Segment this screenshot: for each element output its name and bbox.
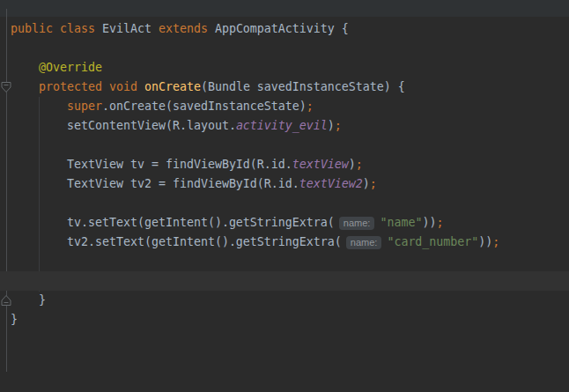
code-line[interactable] [0,252,569,271]
code-token: public class [11,22,102,35]
code-token: TextView tv = findViewById(R.id. [11,158,292,171]
code-token: } [11,293,46,307]
code-token: TextView tv2 = findViewById(R.id. [11,177,299,190]
code-token: tv2.setText(getIntent().getStringExtra( [11,235,342,248]
code-token: setContentView(R.layout. [11,119,236,132]
code-line[interactable]: } [0,310,569,329]
code-line[interactable] [0,329,569,349]
code-token [11,80,39,93]
code-token: )) [422,216,436,229]
code-token: extends [159,22,215,35]
parameter-name-hint: name: [346,236,382,249]
code-token: @Override [39,61,102,74]
code-line[interactable] [0,349,569,368]
code-token: activity_evil [236,119,328,132]
code-token: ) [363,177,370,190]
code-token: ) [349,158,356,171]
code-line[interactable]: TextView tv2 = findViewById(R.id.textVie… [0,174,569,194]
code-token: ; [307,100,314,113]
code-token: super [67,100,102,113]
code-line-caret[interactable] [0,271,569,291]
code-lines: public class EvilAct extends AppCompatAc… [0,19,569,388]
code-token: AppCompatActivity { [215,22,349,35]
code-line[interactable] [0,194,569,213]
code-token: )) [478,235,492,248]
code-token: onCreate [144,80,201,93]
parameter-name-hint: name: [339,217,375,230]
code-line[interactable]: TextView tv = findViewById(R.id.textView… [0,155,569,174]
code-token: "card_number" [387,235,478,248]
code-token: "name" [380,216,422,229]
code-token: ; [436,216,443,229]
editor-top-strip [0,0,569,17]
code-token: ; [356,158,363,171]
code-token: textView [292,158,349,171]
code-editor[interactable]: public class EvilAct extends AppCompatAc… [0,0,569,392]
code-token: ; [370,177,377,190]
code-token: EvilAct [102,22,159,35]
code-token: .onCreate(savedInstanceState) [102,100,307,113]
code-line[interactable]: @Override [0,58,569,78]
code-line[interactable]: public class EvilAct extends AppCompatAc… [0,19,569,39]
code-line[interactable] [0,39,569,58]
code-line[interactable]: setContentView(R.layout.activity_evil); [0,116,569,136]
code-token: } [11,313,18,326]
code-token: ; [492,235,499,248]
code-token: ; [335,119,342,132]
code-line[interactable] [0,368,569,388]
code-token: protected void [39,80,144,93]
code-token: tv.setText(getIntent().getStringExtra( [11,216,335,229]
code-token: ) [328,119,335,132]
code-line[interactable] [0,136,569,155]
code-token [11,61,39,74]
code-token [11,100,67,113]
code-line[interactable]: tv.setText(getIntent().getStringExtra(na… [0,213,569,233]
code-line[interactable]: protected void onCreate(Bundle savedInst… [0,78,569,97]
code-token: textView2 [299,177,363,190]
code-line[interactable]: super.onCreate(savedInstanceState); [0,97,569,116]
code-line[interactable]: tv2.setText(getIntent().getStringExtra(n… [0,233,569,252]
code-token: (Bundle savedInstanceState) { [201,80,405,93]
code-line[interactable]: } [0,291,569,310]
